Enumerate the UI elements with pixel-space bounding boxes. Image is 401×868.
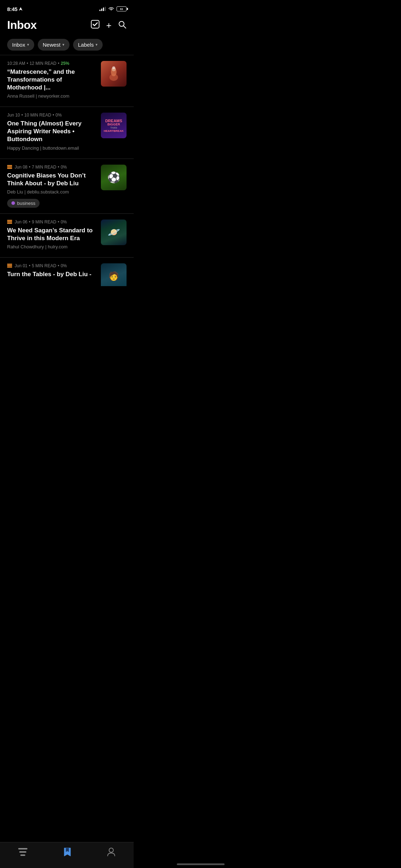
article-meta: Jun 01 • 5 MIN READ • 0% bbox=[7, 263, 97, 268]
label-badge[interactable]: business bbox=[7, 199, 40, 208]
stack-icon bbox=[7, 220, 12, 224]
article-source: Deb Liu | debliu.substack.com bbox=[7, 189, 97, 195]
list-item[interactable]: 10:28 AM • 12 MIN READ • 25% “Matrescenc… bbox=[0, 55, 134, 107]
article-progress: 0% bbox=[56, 113, 62, 118]
time-display: 8:45 bbox=[7, 6, 17, 12]
article-thumbnail: DREAMS BIGGER THAN HEARTBREAK bbox=[101, 113, 127, 138]
article-meta: 10:28 AM • 12 MIN READ • 25% bbox=[7, 61, 97, 66]
svg-rect-1 bbox=[91, 20, 99, 28]
article-read-time: 5 MIN READ bbox=[32, 263, 56, 268]
article-read-time: 12 MIN READ bbox=[30, 61, 56, 66]
article-content: Jun 10 • 10 MIN READ • 0% One Thing (Alm… bbox=[7, 113, 97, 153]
article-thumbnail: 🪐 bbox=[101, 219, 127, 245]
article-source: Rahul Chowdhury | hulry.com bbox=[7, 244, 97, 249]
article-progress: 0% bbox=[61, 263, 67, 268]
article-meta: Jun 06 • 9 MIN READ • 0% bbox=[7, 219, 97, 224]
article-read-time: 7 MIN READ bbox=[32, 165, 56, 170]
article-title: Cognitive Biases You Don’t Think About -… bbox=[7, 172, 97, 187]
article-date: Jun 01 bbox=[15, 263, 27, 268]
article-source: Happy Dancing | buttondown.email bbox=[7, 145, 97, 151]
article-title: “Matrescence,” and the Transformations o… bbox=[7, 68, 97, 92]
svg-marker-0 bbox=[19, 7, 22, 11]
add-button[interactable]: + bbox=[106, 21, 112, 30]
article-progress: 0% bbox=[61, 165, 67, 170]
article-title: Turn the Tables - by Deb Liu - bbox=[7, 270, 97, 278]
svg-point-7 bbox=[112, 66, 115, 69]
filter-inbox[interactable]: Inbox ▾ bbox=[7, 39, 34, 51]
article-date: Jun 08 bbox=[15, 165, 27, 170]
svg-line-3 bbox=[124, 26, 126, 28]
article-read-time: 9 MIN READ bbox=[32, 219, 56, 224]
signal-icon bbox=[99, 7, 106, 11]
article-content: 10:28 AM • 12 MIN READ • 25% “Matrescenc… bbox=[7, 61, 97, 101]
article-thumbnail: ⚽ bbox=[101, 165, 127, 190]
location-icon bbox=[19, 7, 22, 11]
article-progress: 0% bbox=[61, 219, 67, 224]
filter-newest[interactable]: Newest ▾ bbox=[38, 39, 70, 51]
article-title: One Thing (Almost) Every Aspiring Writer… bbox=[7, 120, 97, 143]
article-date: Jun 06 bbox=[15, 219, 27, 224]
article-date: 10:28 AM bbox=[7, 61, 25, 66]
label-text: business bbox=[17, 201, 35, 206]
article-date: Jun 10 bbox=[7, 113, 20, 118]
status-bar: 8:45 63 bbox=[0, 0, 134, 16]
page-title: Inbox bbox=[7, 19, 37, 32]
select-all-button[interactable] bbox=[91, 20, 100, 31]
stack-icon bbox=[7, 165, 12, 169]
list-item[interactable]: Jun 10 • 10 MIN READ • 0% One Thing (Alm… bbox=[0, 107, 134, 158]
article-source: Anna Russell | newyorker.com bbox=[7, 93, 97, 99]
search-button[interactable] bbox=[118, 20, 127, 30]
article-progress: 25% bbox=[61, 61, 69, 66]
header-actions: + bbox=[91, 20, 127, 31]
list-item[interactable]: Jun 01 • 5 MIN READ • 0% Turn the Tables… bbox=[0, 258, 134, 286]
article-thumbnail: 🧑 bbox=[101, 263, 127, 286]
article-meta: Jun 10 • 10 MIN READ • 0% bbox=[7, 113, 97, 118]
article-content: Jun 01 • 5 MIN READ • 0% Turn the Tables… bbox=[7, 263, 97, 280]
article-content: Jun 08 • 7 MIN READ • 0% Cognitive Biase… bbox=[7, 165, 97, 208]
article-meta: Jun 08 • 7 MIN READ • 0% bbox=[7, 165, 97, 170]
list-item[interactable]: Jun 08 • 7 MIN READ • 0% Cognitive Biase… bbox=[0, 159, 134, 213]
wifi-icon bbox=[108, 6, 114, 11]
filter-labels[interactable]: Labels ▾ bbox=[73, 39, 103, 51]
article-title: We Need Sagan’s Standard to Thrive in th… bbox=[7, 227, 97, 242]
label-color-dot bbox=[11, 201, 15, 205]
battery-indicator: 63 bbox=[117, 6, 127, 11]
filter-inbox-label: Inbox bbox=[12, 42, 25, 48]
article-thumbnail bbox=[101, 61, 127, 87]
article-read-time: 10 MIN READ bbox=[24, 113, 51, 118]
page-header: Inbox + bbox=[0, 16, 134, 37]
chevron-down-icon: ▾ bbox=[62, 42, 65, 47]
chevron-down-icon: ▾ bbox=[96, 42, 98, 47]
article-list: 10:28 AM • 12 MIN READ • 25% “Matrescenc… bbox=[0, 55, 134, 318]
status-icons: 63 bbox=[99, 6, 127, 11]
filter-newest-label: Newest bbox=[43, 42, 61, 48]
stack-icon bbox=[7, 264, 12, 268]
list-item[interactable]: Jun 06 • 9 MIN READ • 0% We Need Sagan’s… bbox=[0, 214, 134, 257]
filter-labels-label: Labels bbox=[78, 42, 94, 48]
status-time: 8:45 bbox=[7, 6, 22, 12]
chevron-down-icon: ▾ bbox=[27, 42, 29, 47]
filter-row: Inbox ▾ Newest ▾ Labels ▾ bbox=[0, 37, 134, 55]
article-content: Jun 06 • 9 MIN READ • 0% We Need Sagan’s… bbox=[7, 219, 97, 252]
search-icon bbox=[118, 20, 127, 29]
